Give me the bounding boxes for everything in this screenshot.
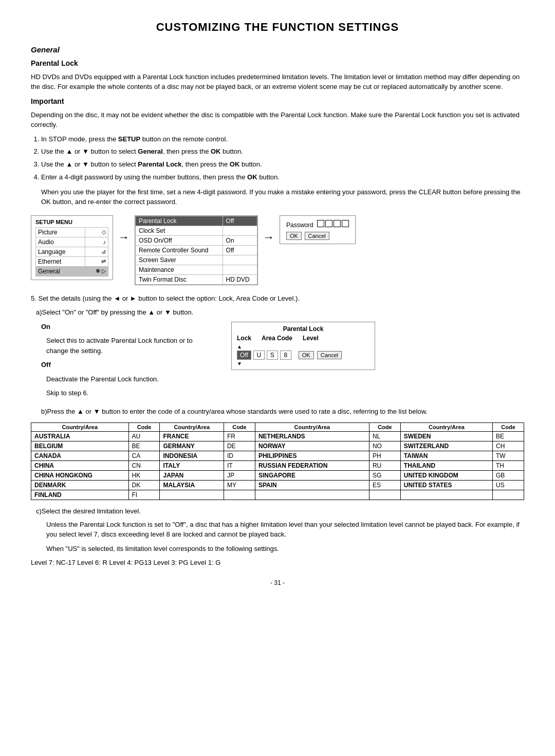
menu-label-picture: Picture [36,227,85,237]
pl-cell-8: 8 [280,351,291,360]
table-cell: THAILAND [400,461,492,471]
gm-value-parental: Off [223,216,257,226]
table-cell: SWITZERLAND [400,441,492,451]
table-cell: GERMANY [160,441,224,451]
password-text: Password [286,222,315,229]
parental-lock-headers: Lock Area Code Level [237,335,369,342]
table-cell: BE [493,432,524,441]
on-description: Select this to activate Parental Lock fu… [46,336,216,356]
important-description: Depending on the disc, it may not be evi… [31,110,524,130]
steps-list: In STOP mode, press the SETUP button on … [41,134,524,183]
pl-header-level: Level [303,335,319,342]
password-square-1 [317,220,324,227]
table-cell: RUSSIAN FEDERATION [255,461,369,471]
gm-row-screensaver: Screen Saver [136,255,257,265]
ethernet-icon: ⇌ [85,256,108,266]
picture-icon: ◇ [85,227,108,237]
table-cell [369,490,400,500]
gm-row-twinformat: Twin Format Disc HD DVD [136,274,257,284]
gm-row-remote: Remote Controller Sound Off [136,245,257,255]
table-cell: FRANCE [160,432,224,441]
menu-label-ethernet: Ethernet [36,256,85,266]
table-cell: IT [224,461,255,471]
table-cell: CN [128,461,160,471]
table-cell: TAIWAN [400,451,492,461]
pl-cell-u: U [253,351,265,360]
table-cell [255,490,369,500]
step4-detail: When you use the player for the first ti… [41,187,524,207]
table-cell: JAPAN [160,471,224,481]
table-cell: AU [128,432,160,441]
table-cell: SWEDEN [400,432,492,441]
table-cell: ITALY [160,461,224,471]
table-cell: TH [493,461,524,471]
audio-icon: ♪ [85,237,108,247]
gm-label-remote: Remote Controller Sound [136,245,223,255]
col-country4: Country/Area [400,423,492,432]
pl-cell-off: Off [237,351,251,360]
table-cell: UNITED STATES [400,481,492,490]
password-cancel-button[interactable]: Cancel [305,232,329,240]
step-5: 5. Set the details (using the ◄ or ► but… [31,293,524,304]
table-cell: SINGAPORE [255,471,369,481]
table-cell: INDONESIA [160,451,224,461]
menu-row-ethernet: Ethernet ⇌ [36,256,108,266]
step-3: Use the ▲ or ▼ button to select Parental… [41,159,524,170]
step-c-detail2: When "US" is selected, its limitation le… [46,544,524,554]
parental-lock-cells-row: Off U S 8 OK Cancel [237,351,369,360]
table-cell: ES [369,481,400,490]
step-2: Use the ▲ or ▼ button to select General,… [41,146,524,157]
password-ok-button[interactable]: OK [286,232,302,240]
table-cell: CHINA HONGKONG [31,471,129,481]
subsection-title: Parental Lock [31,58,524,69]
important-label: Important [31,96,524,107]
table-cell: TW [493,451,524,461]
parental-lock-dialog: Parental Lock Lock Area Code Level ▲ Off… [231,322,375,370]
general-icon: ❋ ▷ [85,266,108,276]
table-cell: SG [369,471,400,481]
setup-menu-box: SETUP MENU Picture ◇ Audio ♪ Language ⊿ … [31,215,113,280]
gm-value-clockset [223,226,257,235]
language-icon: ⊿ [85,247,108,256]
col-code2: Code [224,423,255,432]
table-cell: BELGIUM [31,441,129,451]
table-cell: DENMARK [31,481,129,490]
country-table-header: Country/Area Code Country/Area Code Coun… [31,423,524,432]
table-cell [400,490,492,500]
menu-label-general: General [36,266,85,276]
pl-ok-button[interactable]: OK [299,351,314,359]
table-cell: NL [369,432,400,441]
table-cell: FI [128,490,160,500]
table-row: CANADACAINDONESIAIDPHILIPPINESPHTAIWANTW [31,451,524,461]
gm-row-osd: OSD On/Off On [136,235,257,245]
table-cell: DK [128,481,160,490]
table-row: CHINACNITALYITRUSSIAN FEDERATIONRUTHAILA… [31,461,524,471]
diagram-row: SETUP MENU Picture ◇ Audio ♪ Language ⊿ … [31,215,524,285]
table-cell: RU [369,461,400,471]
arrow-right-2: → [263,231,274,244]
gm-value-remote: Off [223,245,257,255]
general-menu-table: Parental Lock Off Clock Set OSD On/Off O… [135,216,257,285]
gm-value-osd: On [223,235,257,245]
table-row: DENMARKDKMALAYSIAMYSPAINESUNITED STATESU… [31,481,524,490]
password-label: Password [286,220,349,229]
menu-row-general: General ❋ ▷ [36,266,108,276]
menu-label-audio: Audio [36,237,85,247]
parental-lock-dialog-title: Parental Lock [237,325,369,333]
general-menu-box: Parental Lock Off Clock Set OSD On/Off O… [135,215,258,285]
password-square-4 [342,220,349,227]
gm-row-parental: Parental Lock Off [136,216,257,226]
table-cell: CANADA [31,451,129,461]
step-4: Enter a 4-digit password by using the nu… [41,172,524,183]
table-cell: CHINA [31,461,129,471]
table-cell: NO [369,441,400,451]
table-cell: MY [224,481,255,490]
menu-row-language: Language ⊿ [36,247,108,256]
off-label: Off [41,360,216,370]
pl-cancel-button[interactable]: Cancel [317,351,342,359]
menu-row-audio: Audio ♪ [36,237,108,247]
password-squares [317,220,349,227]
page-number: - 31 - [31,578,524,587]
setup-menu-label: SETUP MENU [35,219,108,225]
table-cell: CA [128,451,160,461]
